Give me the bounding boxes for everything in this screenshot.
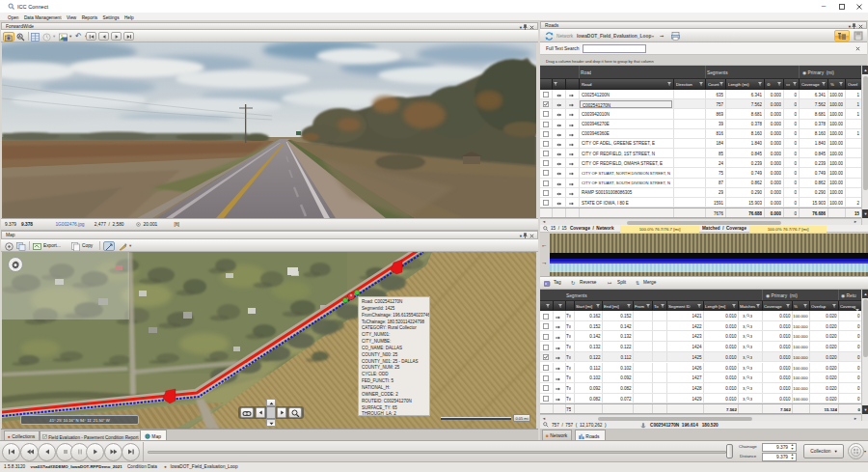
- svg-text:A: A: [18, 34, 21, 39]
